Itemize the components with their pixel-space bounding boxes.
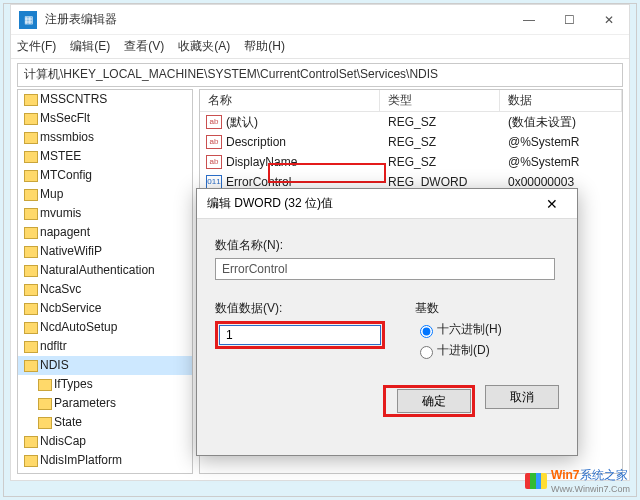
menu-view[interactable]: 查看(V) [124,38,164,55]
col-name[interactable]: 名称 [200,90,380,111]
col-data[interactable]: 数据 [500,90,622,111]
menu-edit[interactable]: 编辑(E) [70,38,110,55]
list-row[interactable]: abDisplayNameREG_SZ@%SystemR [200,152,622,172]
titlebar: ▦ 注册表编辑器 — ☐ ✕ [11,5,629,35]
tree-item[interactable]: Parameters [18,394,192,413]
cancel-button[interactable]: 取消 [485,385,559,409]
minimize-button[interactable]: — [509,5,549,35]
tree-item[interactable]: IfTypes [18,375,192,394]
tree-item[interactable]: Mup [18,185,192,204]
tree-item[interactable]: NdisImPlatform [18,451,192,470]
string-icon: ab [206,155,222,169]
app-icon: ▦ [19,11,37,29]
tree-item[interactable]: NDIS [18,356,192,375]
tree-item[interactable]: MSTEE [18,147,192,166]
address-bar[interactable]: 计算机\HKEY_LOCAL_MACHINE\SYSTEM\CurrentCon… [17,63,623,87]
menu-help[interactable]: 帮助(H) [244,38,285,55]
menu-file[interactable]: 文件(F) [17,38,56,55]
tree-item[interactable]: NativeWifiP [18,242,192,261]
highlight-ok: 确定 [383,385,475,417]
tree-item[interactable]: MTConfig [18,166,192,185]
tree-item[interactable]: napagent [18,223,192,242]
highlight-value [215,321,385,349]
tree-item[interactable]: NcaSvc [18,280,192,299]
binary-icon: 011 [206,175,222,189]
flag-icon [525,473,547,489]
close-button[interactable]: ✕ [589,5,629,35]
tree-item[interactable]: State [18,413,192,432]
tree-panel: MSSCNTRSMsSecFltmssmbiosMSTEEMTConfigMup… [17,89,193,474]
tree-item[interactable]: MsSecFlt [18,109,192,128]
col-type[interactable]: 类型 [380,90,500,111]
watermark: Win7系统之家 Www.Winwin7.Com [525,467,630,494]
base-label: 基数 [415,300,559,317]
tree-item[interactable]: MSSCNTRS [18,90,192,109]
list-row[interactable]: ab(默认)REG_SZ(数值未设置) [200,112,622,132]
tree-item[interactable]: NaturalAuthentication [18,261,192,280]
name-label: 数值名称(N): [215,237,559,254]
string-icon: ab [206,115,222,129]
menu-fav[interactable]: 收藏夹(A) [178,38,230,55]
window-title: 注册表编辑器 [45,11,509,28]
ok-button[interactable]: 确定 [397,389,471,413]
value-field[interactable] [219,325,381,345]
menubar: 文件(F) 编辑(E) 查看(V) 收藏夹(A) 帮助(H) [11,35,629,59]
dialog-close-button[interactable]: ✕ [537,196,567,212]
list-row[interactable]: abDescriptionREG_SZ@%SystemR [200,132,622,152]
tree-item[interactable]: NdisTapi [18,470,192,474]
tree-item[interactable]: NdisCap [18,432,192,451]
tree-item[interactable]: NcdAutoSetup [18,318,192,337]
radio-dec[interactable]: 十进制(D) [415,342,559,359]
value-label: 数值数据(V): [215,300,415,317]
edit-dword-dialog: 编辑 DWORD (32 位)值 ✕ 数值名称(N): 数值数据(V): 基数 … [196,188,578,456]
tree-item[interactable]: mssmbios [18,128,192,147]
maximize-button[interactable]: ☐ [549,5,589,35]
name-field[interactable] [215,258,555,280]
tree-item[interactable]: NcbService [18,299,192,318]
tree-item[interactable]: mvumis [18,204,192,223]
dialog-title: 编辑 DWORD (32 位)值 [207,195,537,212]
string-icon: ab [206,135,222,149]
tree-item[interactable]: ndfltr [18,337,192,356]
radio-hex[interactable]: 十六进制(H) [415,321,559,338]
